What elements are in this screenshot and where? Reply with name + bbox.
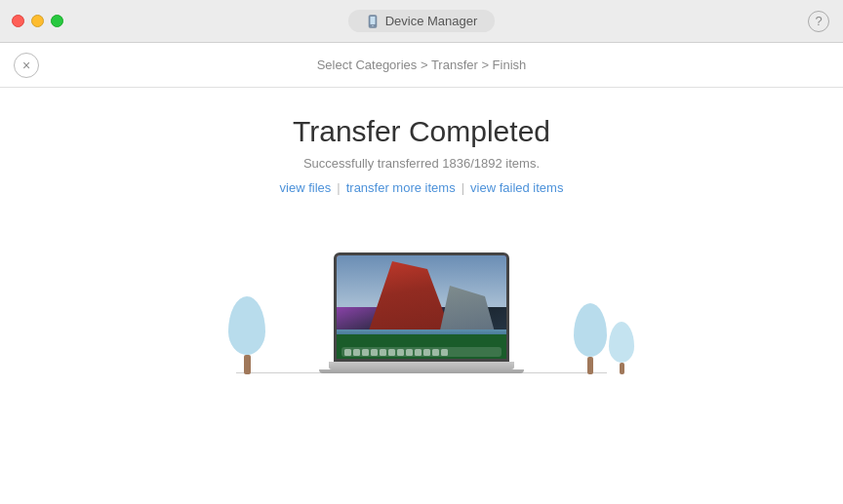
breadcrumb-bar: × Select Categories > Transfer > Finish [0, 43, 843, 88]
dock-bar [341, 347, 502, 357]
svg-point-2 [372, 24, 374, 26]
breadcrumb: Select Categories > Transfer > Finish [317, 58, 527, 72]
close-traffic-light[interactable] [12, 15, 24, 27]
dock-icon [441, 349, 448, 356]
screen-inner [337, 255, 506, 359]
transfer-more-link[interactable]: transfer more items [346, 180, 456, 195]
dock-icon [353, 349, 360, 356]
view-failed-link[interactable]: view failed items [470, 180, 563, 195]
svg-rect-1 [370, 17, 375, 24]
tree-left-large-leaf [228, 296, 265, 355]
tree-right-small-trunk [620, 363, 624, 374]
tree-right-large-leaf [574, 303, 607, 357]
separator-2: | [462, 180, 464, 195]
transfer-links: view files | transfer more items | view … [280, 180, 564, 195]
close-button[interactable]: × [14, 53, 39, 78]
titlebar: Device Manager ? [0, 0, 843, 43]
maximize-traffic-light[interactable] [51, 15, 63, 27]
tree-right-small-leaf [609, 322, 634, 363]
help-button[interactable]: ? [808, 11, 829, 32]
laptop-base [329, 362, 514, 369]
transfer-title: Transfer Completed [293, 115, 550, 148]
dock-icon [362, 349, 369, 356]
dock-icon [397, 349, 404, 356]
dock-icon [406, 349, 413, 356]
tree-right-small [609, 322, 634, 374]
tree-right-large [574, 303, 607, 374]
laptop-foot [319, 369, 524, 373]
illustration [178, 213, 665, 427]
tree-left-large-trunk [244, 355, 251, 374]
dock-icon [432, 349, 439, 356]
phone-icon [366, 15, 380, 28]
tree-left-large [228, 296, 265, 374]
laptop [319, 252, 524, 373]
tree-right-large-trunk [587, 357, 593, 374]
dock-icon [423, 349, 430, 356]
dock-icon [415, 349, 422, 356]
view-files-link[interactable]: view files [280, 180, 332, 195]
laptop-screen [334, 252, 509, 362]
dock-icon [388, 349, 395, 356]
main-content: Transfer Completed Successfully transfer… [0, 88, 843, 504]
dock-icon [380, 349, 386, 356]
transfer-subtitle: Successfully transferred 1836/1892 items… [303, 156, 540, 171]
separator-1: | [337, 180, 340, 195]
app-title-pill: Device Manager [348, 10, 496, 32]
app-title-label: Device Manager [385, 14, 478, 28]
traffic-lights [12, 15, 63, 27]
dock-icon [371, 349, 378, 356]
minimize-traffic-light[interactable] [31, 15, 44, 27]
dock-icon [344, 349, 351, 356]
